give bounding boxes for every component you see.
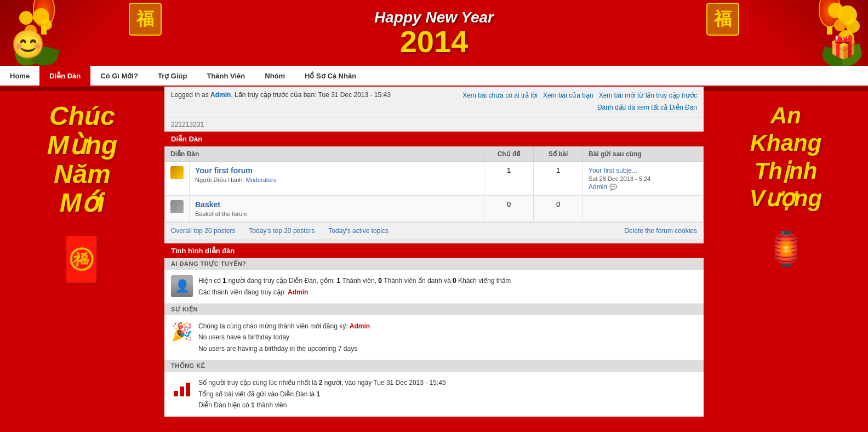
avatar-figure: 👤 [171,275,193,297]
last-post-title-1[interactable]: Your first subje... [589,167,637,174]
last-visit-text: Lần truy cập trước của bạn: Tue 31 Dec 2… [235,91,391,99]
events-icon: 🎉 [171,321,193,343]
chart-bar-2 [180,386,184,396]
new-member-link[interactable]: Admin [350,322,370,330]
moderator-link-1[interactable]: Moderators [246,177,277,183]
stats-text: Số người truy cập cùng lúc nhiều nhất là… [198,377,446,411]
right-sidebar-text: AnKhangThịnhVượng [704,91,868,224]
forum-table: Diễn Đàn Chủ đề Số bài Bài gửi sau cùng … [164,146,704,222]
th-posts: Số bài [534,147,583,162]
top-posters-link[interactable]: Overall top 20 posters [171,227,235,235]
footer-links-left: Overall top 20 posters Today's top 20 po… [171,227,395,235]
forum-posts-2: 0 [534,196,583,222]
main-section-header: Diễn Đàn [164,132,704,146]
online-text2: người đang truy cập Diễn Đàn, gồm: [228,277,335,285]
forum-topics-2: 0 [484,196,534,222]
stats-header-text: Thống kê [171,362,205,369]
stats-total-posts-label: Tổng số bài viết đã gửi vào Diễn Đàn là [198,390,315,398]
chart-bars [171,380,193,396]
events-subheader: Sự kiện [164,304,704,315]
mark-all-link[interactable]: Đánh dấu đã xem tất cả Diễn Đàn [597,104,697,111]
forum-link-1[interactable]: Your first forum [195,166,253,175]
my-posts-link[interactable]: Xem bài của bạn [543,92,593,99]
logged-in-text: Logged in as [171,91,209,99]
content-area: Logged in as Admin. Lần truy cập trước c… [164,87,704,417]
year-text: 2014 [374,26,494,57]
header-banner: 福 😊 Happy New Year 2014 [0,0,868,66]
online-count: 1 [222,277,226,285]
forum-icon-off [170,200,184,213]
members-label: Thành viên, [342,277,376,285]
nav-nhom[interactable]: Nhóm [255,66,295,86]
online-members-label: Các thành viên đang truy cập: [198,288,286,296]
forum-moderator-1: Người Điều Hành: Moderators [195,177,478,184]
chart-bar-3 [186,383,190,396]
events-welcome: Chúng ta cùng chào mừng thành viên mới đ… [198,322,348,330]
status-section-header: Tình hình diễn đàn [164,243,704,258]
stats-members-text: thành viên [256,401,287,409]
table-row: Your first forum Người Điều Hành: Modera… [165,162,704,196]
forum-info-cell-2: Basket Basket of the forum [190,196,484,222]
nav-co-gi-moi[interactable]: Có Gì Mới? [90,66,148,86]
stats-peak-count: 2 [319,379,323,386]
online-member-link[interactable]: Admin [288,288,308,296]
nav-tro-giup[interactable]: Trợ Giúp [148,66,197,86]
forum-topics-1: 1 [484,162,534,196]
stats-members-count: 1 [251,401,255,409]
guests-label: Khách viếng thăm [458,277,511,285]
footer-links-right: Delete the forum cookies [624,227,697,235]
right-sidebar: AnKhangThịnhVượng 🏮 [704,87,868,417]
nav-ho-so[interactable]: Hồ Sơ Cá Nhân [295,66,366,86]
forum-icon-on [170,166,184,179]
hidden-label: Thành viên ẩn danh và [384,277,450,285]
online-text: Hiện có [198,277,221,285]
left-sidebar-text: ChúcMừngNămMới [0,91,164,229]
events-row: 🎉 Chúng ta cùng chào mừng thành viên mới… [164,315,704,360]
nav-home[interactable]: Home [0,66,39,86]
delete-cookies-link[interactable]: Delete the forum cookies [624,227,697,235]
unread-link[interactable]: Xem bài chưa có ai trả lời [462,92,538,99]
forum-lastpost-1: Your first subje... Sat 28 Dec 2013 - 5:… [583,162,704,196]
forum-icon-cell [165,162,190,196]
online-status-row: 👤 Hiện có 1 người đang truy cập Diễn Đàn… [164,270,704,304]
last-post-author-1[interactable]: Admin [589,183,607,191]
footer-links: Overall top 20 posters Today's top 20 po… [164,222,704,239]
header-center: Happy New Year 2014 [374,9,494,57]
left-sidebar: ChúcMừngNămMới 🧧 [0,87,164,417]
new-posts-link[interactable]: Xem bài mới từ lần truy cập trước [599,92,697,99]
members-count: 1 [336,277,340,285]
navbar: Home Diễn Đàn Có Gì Mới? Trợ Giúp Thành … [0,66,868,87]
events-text: Chúng ta cùng chào mừng thành viên mới đ… [198,321,370,354]
forum-desc-2: Basket of the forum [195,211,478,217]
header-right-decoration: 福 🎁 [704,0,868,66]
info-bar: Logged in as Admin. Lần truy cập trước c… [164,87,704,117]
forum-info-cell: Your first forum Người Điều Hành: Modera… [190,162,484,196]
forum-link-2[interactable]: Basket [195,200,220,209]
stats-peak-label: Số người truy cập cùng lúc nhiều nhất là [198,379,317,386]
today-posters-link[interactable]: Today's top 20 posters [249,227,315,235]
nav-thanh-vien[interactable]: Thành Viên [197,66,255,86]
online-status-text: Hiện có 1 người đang truy cập Diễn Đàn, … [198,275,511,298]
th-forum: Diễn Đàn [165,147,484,162]
nav-dien-dan[interactable]: Diễn Đàn [39,66,90,86]
online-header-text: Ai đang trực tuyến? [171,260,246,267]
no-birthday-upcoming: No users are having a birthday in the up… [198,345,357,353]
header-left-decoration: 福 😊 [0,0,164,66]
stats-icon [171,377,193,399]
user-avatar: 👤 [171,275,193,297]
th-topics: Chủ đề [484,147,534,162]
admin-user-link[interactable]: Admin [210,91,231,99]
forum-lastpost-2 [583,196,704,222]
status-section: Tình hình diễn đàn Ai đang trực tuyến? 👤… [164,243,704,417]
table-row: Basket Basket of the forum 0 0 [165,196,704,222]
hidden-count: 0 [378,277,382,285]
forum-number: 221213231 [164,117,704,132]
forum-icon-cell-2 [165,196,190,222]
info-bar-right: Xem bài chưa có ai trả lời Xem bài của b… [462,90,697,113]
active-topics-link[interactable]: Today's active topics [328,227,389,235]
stats-row: Số người truy cập cùng lúc nhiều nhất là… [164,372,704,417]
stats-subheader: Thống kê [164,360,704,372]
no-birthday-today: No users have a birthday today [198,333,289,341]
stats-members-label: Diễn Đàn hiện có [198,401,249,409]
events-header-text: Sự kiện [171,306,198,312]
